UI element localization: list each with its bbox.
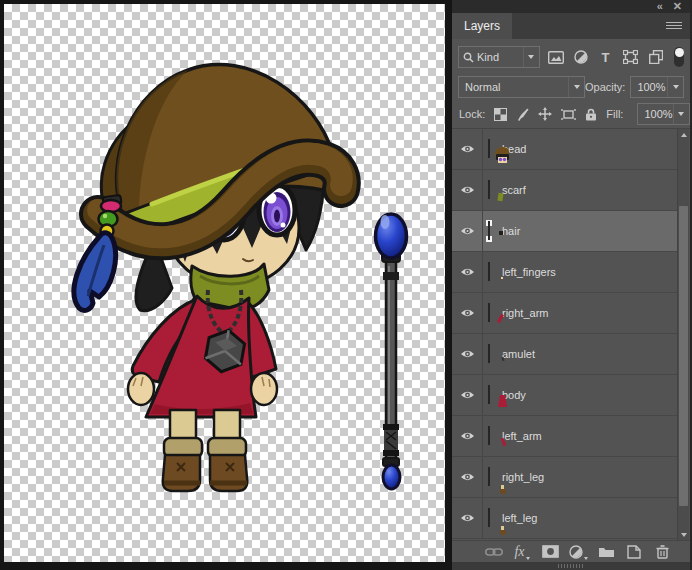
new-layer-icon[interactable] (624, 543, 644, 561)
fill-label: Fill: (606, 108, 623, 120)
layer-row-scarf[interactable]: scarf (452, 170, 677, 211)
lock-row: Lock: Fill: 100% (452, 102, 690, 126)
character-artwork (4, 4, 445, 562)
lock-position-icon[interactable] (538, 106, 552, 123)
layer-thumbnail[interactable] (488, 180, 490, 199)
layer-name: left_arm (502, 430, 542, 442)
layer-thumbnail[interactable] (488, 139, 490, 158)
search-icon (463, 52, 474, 63)
smart-object-filter-icon[interactable] (647, 47, 665, 67)
layer-thumbnail[interactable] (488, 385, 490, 404)
layer-name: hair (502, 225, 520, 237)
photoshop-workspace: « ✕ Layers Kind T (0, 0, 692, 570)
layer-list-scrollbar[interactable] (677, 129, 689, 540)
blend-mode-dropdown[interactable]: Normal (458, 76, 585, 98)
layer-row-left-fingers[interactable]: left_fingers (452, 252, 677, 293)
staff-drawing (376, 214, 407, 489)
lock-image-pixels-icon[interactable] (516, 106, 529, 123)
scroll-down-icon[interactable] (678, 529, 689, 540)
blend-mode-value: Normal (465, 81, 568, 93)
chevron-down-icon (667, 77, 683, 97)
visibility-eye-icon[interactable] (452, 129, 483, 169)
layer-thumbnail[interactable] (488, 303, 490, 322)
layer-row-head[interactable]: head (452, 129, 677, 170)
layer-name: amulet (502, 348, 535, 360)
layer-thumbnail[interactable] (488, 221, 490, 240)
layer-row-body[interactable]: body (452, 375, 677, 416)
tab-layers[interactable]: Layers (452, 13, 512, 39)
character-drawing (74, 65, 342, 491)
svg-text:T: T (602, 51, 610, 64)
lock-transparent-pixels-icon[interactable] (494, 106, 507, 123)
visibility-eye-icon[interactable] (452, 170, 483, 210)
visibility-eye-icon[interactable] (452, 293, 483, 333)
opacity-value: 100% (637, 81, 667, 93)
layer-thumbnail[interactable] (488, 467, 490, 486)
fill-value: 100% (644, 108, 672, 120)
layer-row-left-leg[interactable]: left_leg (452, 498, 677, 539)
layer-name: right_arm (502, 307, 548, 319)
add-layer-mask-icon[interactable] (540, 543, 560, 561)
link-layers-icon[interactable] (484, 543, 504, 561)
visibility-eye-icon[interactable] (452, 457, 483, 497)
layer-thumbnail[interactable] (488, 262, 490, 281)
lock-artboard-icon[interactable] (561, 106, 576, 123)
visibility-eye-icon[interactable] (452, 416, 483, 456)
scrollbar-thumb[interactable] (679, 206, 688, 506)
delete-layer-icon[interactable] (652, 543, 672, 561)
opacity-label: Opacity: (585, 81, 625, 93)
panel-dock-header: « ✕ (452, 0, 690, 13)
layer-name: left_fingers (502, 266, 556, 278)
collapse-panels-icon[interactable]: « (657, 1, 663, 12)
layer-filtering-toggle[interactable] (674, 47, 684, 67)
visibility-eye-icon[interactable] (452, 498, 483, 538)
visibility-eye-icon[interactable] (452, 211, 483, 251)
close-panel-icon[interactable]: ✕ (673, 1, 682, 12)
layer-thumbnail[interactable] (488, 344, 490, 363)
layer-name: scarf (502, 184, 526, 196)
pixel-layer-filter-icon[interactable] (547, 47, 565, 67)
panel-resize-grip[interactable] (452, 562, 690, 570)
type-layer-filter-icon[interactable]: T (597, 47, 615, 67)
chevron-down-icon (523, 47, 539, 67)
scroll-up-icon[interactable] (678, 129, 689, 141)
layer-row-amulet[interactable]: amulet (452, 334, 677, 375)
panel-menu-icon[interactable] (666, 22, 682, 31)
fill-dropdown[interactable]: 100% (637, 103, 689, 125)
visibility-eye-icon[interactable] (452, 375, 483, 415)
layer-style-fx-icon[interactable]: fx (512, 543, 532, 561)
layer-list: head scarf hair (452, 128, 690, 540)
layers-panel: « ✕ Layers Kind T (452, 0, 692, 570)
kind-filter-dropdown[interactable]: Kind (458, 46, 540, 68)
opacity-dropdown[interactable]: 100% (630, 76, 684, 98)
new-adjustment-layer-icon[interactable] (568, 543, 588, 561)
new-group-icon[interactable] (596, 543, 616, 561)
layer-row-left-arm[interactable]: left_arm (452, 416, 677, 457)
lock-all-icon[interactable] (585, 106, 597, 123)
layer-name: right_leg (502, 471, 544, 483)
layers-panel-toolbar: fx (452, 540, 690, 562)
adjustment-layer-filter-icon[interactable] (572, 47, 590, 67)
blend-mode-row: Normal Opacity: 100% (452, 74, 690, 100)
chevron-down-icon (673, 104, 689, 124)
kind-filter-value: Kind (477, 51, 520, 63)
layer-thumbnail[interactable] (488, 426, 490, 445)
layer-filter-row: Kind T (452, 43, 690, 71)
lock-label: Lock: (459, 108, 485, 120)
chevron-down-icon (568, 77, 584, 97)
layer-row-hair[interactable]: hair (452, 211, 677, 252)
layer-thumbnail[interactable] (488, 508, 490, 527)
layer-name: left_leg (502, 512, 537, 524)
visibility-eye-icon[interactable] (452, 334, 483, 374)
layer-row-right-leg[interactable]: right_leg (452, 457, 677, 498)
shape-layer-filter-icon[interactable] (622, 47, 640, 67)
visibility-eye-icon[interactable] (452, 252, 483, 292)
panel-tab-bar: Layers (452, 13, 690, 39)
checkerboard-canvas[interactable] (4, 4, 445, 562)
layer-row-right-arm[interactable]: right_arm (452, 293, 677, 334)
